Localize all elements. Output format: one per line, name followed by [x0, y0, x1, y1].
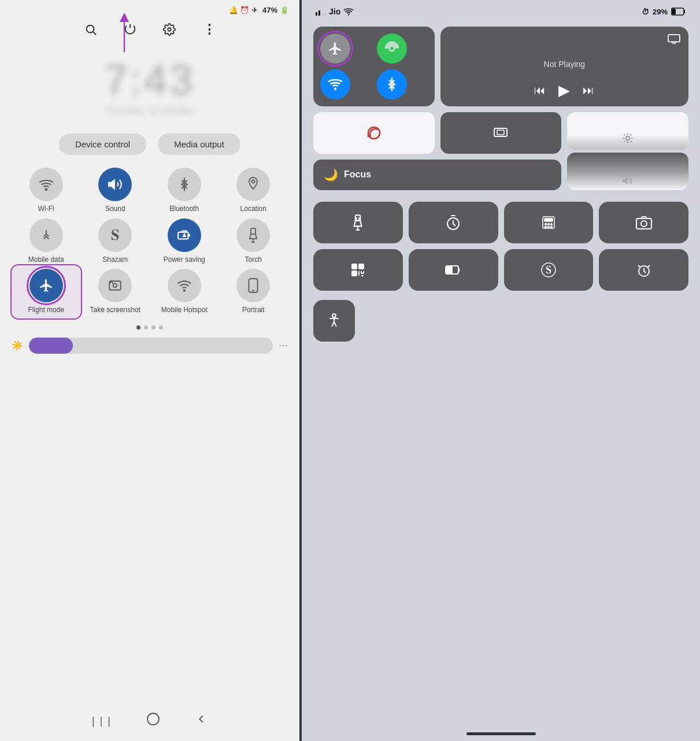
qs-location[interactable]: Location [221, 168, 286, 214]
qs-portrait[interactable]: Portrait [221, 269, 286, 315]
svg-point-59 [550, 227, 552, 228]
svg-point-58 [547, 227, 549, 228]
wifi-icon-circle [29, 168, 63, 201]
brightness-more[interactable]: ⋯ [279, 340, 288, 351]
mobile-data-label: Mobile data [28, 255, 64, 265]
battery-icon: 🔋 [280, 6, 289, 14]
svg-point-4 [168, 28, 171, 31]
accessibility-button[interactable] [313, 300, 355, 342]
home-button[interactable] [146, 712, 160, 729]
more-button[interactable]: ⋮ [199, 20, 218, 39]
date-value: Thursday, 12 October [0, 106, 299, 116]
quick-actions-row: Device control Media output [0, 122, 299, 163]
qs-power-saving[interactable]: Power saving [152, 218, 217, 265]
recent-apps-button[interactable]: | | | [92, 715, 112, 727]
svg-point-8 [252, 180, 255, 183]
settings-button[interactable] [160, 20, 179, 39]
shazam2-button[interactable]: S [504, 249, 594, 291]
flight-mode-icon-circle [29, 269, 63, 302]
screen-mirror-button[interactable] [440, 112, 562, 154]
wifi-label: Wi-Fi [38, 205, 54, 214]
media-airplay-icon[interactable] [668, 34, 680, 47]
brightness-slider-block[interactable] [567, 112, 688, 150]
flashlight-button[interactable] [313, 202, 403, 243]
qs-hotspot[interactable]: Mobile Hotspot [152, 269, 217, 315]
brightness-slider[interactable] [29, 338, 273, 354]
svg-rect-67 [353, 272, 355, 275]
svg-point-81 [332, 314, 336, 317]
qr-scanner-button[interactable] [313, 249, 403, 291]
time-display: 7:43 Thursday, 12 October [0, 45, 299, 122]
connectivity-block [313, 27, 435, 106]
rewind-button[interactable]: ⏮ [534, 84, 546, 97]
screen-lock-icon [365, 124, 383, 142]
search-button[interactable] [82, 20, 100, 39]
android-nav-bar: | | | [0, 702, 299, 741]
icon-grid-row1 [302, 202, 700, 248]
camera-button[interactable] [599, 202, 688, 243]
android-panel: 🔔 ⏰ ✈ 47% 🔋 ⋮ 7: [0, 0, 301, 741]
svg-marker-31 [672, 42, 677, 44]
play-button[interactable]: ▶ [558, 81, 570, 99]
media-block[interactable]: Not Playing ⏮ ▶ ⏭ [440, 27, 688, 106]
status-icons: 🔔 ⏰ ✈ [229, 6, 258, 14]
svg-point-55 [547, 224, 549, 225]
qs-mobile-data[interactable]: Mobile data [14, 218, 79, 265]
svg-line-43 [631, 135, 632, 136]
sound-label: Sound [105, 205, 125, 214]
battery-percent: 47% [262, 6, 277, 14]
device-control-button[interactable]: Device control [59, 134, 146, 155]
screen-lock-button[interactable] [313, 112, 435, 154]
ios-home-indicator[interactable] [302, 724, 700, 741]
bluetooth-toggle-icon [387, 76, 397, 92]
cellular-button[interactable] [377, 34, 407, 64]
media-controls: ⏮ ▶ ⏭ [449, 81, 680, 99]
airplane-mode-button[interactable] [320, 34, 350, 64]
volume-slider-block[interactable] [567, 153, 688, 190]
focus-label: Focus [344, 169, 371, 180]
qs-torch[interactable]: Torch [221, 218, 286, 265]
svg-line-40 [624, 135, 625, 136]
settings-arrow [107, 12, 142, 58]
screenshot-icon-circle [98, 269, 132, 302]
icon-grid-row2: S [302, 249, 700, 295]
carrier-name: Jio [329, 7, 340, 16]
svg-line-3 [93, 32, 96, 35]
qs-shazam[interactable]: 𝐒 Shazam [83, 218, 148, 265]
cellular-icon [384, 41, 399, 56]
fast-forward-button[interactable]: ⏭ [583, 84, 594, 97]
location-label: Location [240, 205, 266, 214]
svg-point-57 [545, 227, 546, 228]
alarm-button[interactable] [599, 249, 688, 291]
qs-screenshot[interactable]: Take screenshot [83, 269, 148, 315]
media-output-button[interactable]: Media output [158, 134, 240, 155]
svg-marker-6 [109, 180, 114, 188]
svg-text:S: S [546, 264, 551, 276]
focus-button[interactable]: 🌙 Focus [313, 160, 561, 191]
svg-rect-15 [110, 281, 121, 290]
svg-point-17 [184, 290, 185, 291]
svg-rect-53 [545, 218, 553, 221]
accessibility-icon [326, 313, 342, 329]
dot-4 [159, 325, 163, 329]
timer-button[interactable] [409, 202, 498, 243]
svg-line-41 [631, 141, 632, 142]
android-status-bar: 🔔 ⏰ ✈ 47% 🔋 [0, 0, 299, 17]
svg-point-5 [45, 188, 47, 190]
svg-point-2 [87, 25, 94, 33]
qs-wifi[interactable]: Wi-Fi [14, 168, 79, 214]
shazam-icon-circle: 𝐒 [98, 218, 132, 252]
svg-line-80 [647, 265, 650, 268]
calculator-button[interactable] [504, 202, 594, 243]
bluetooth-toggle-button[interactable] [377, 69, 407, 99]
wifi-toggle-button[interactable] [320, 69, 350, 99]
accessibility-row [302, 295, 700, 344]
qs-sound[interactable]: Sound [83, 168, 148, 214]
low-power-icon [445, 265, 461, 275]
qs-bluetooth[interactable]: Bluetooth [152, 168, 217, 214]
qs-flight-mode[interactable]: Flight mode [12, 265, 81, 318]
low-power-button[interactable] [409, 249, 498, 291]
back-button[interactable] [195, 713, 208, 729]
wifi-toggle-icon [328, 78, 343, 91]
screenshot-label: Take screenshot [90, 306, 140, 315]
